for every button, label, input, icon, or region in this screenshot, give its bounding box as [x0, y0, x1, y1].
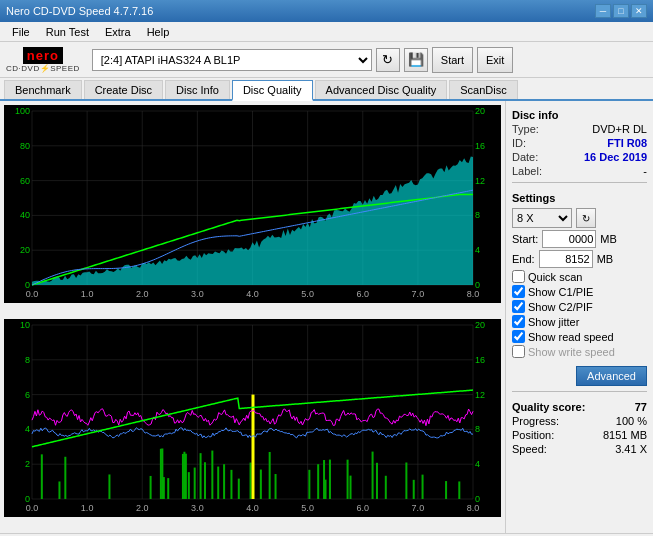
progress-label: Progress: — [512, 415, 559, 427]
title-bar: Nero CD-DVD Speed 4.7.7.16 ─ □ ✕ — [0, 0, 653, 22]
disc-id-label: ID: — [512, 137, 526, 149]
drive-select[interactable]: [2:4] ATAPI iHAS324 A BL1P — [92, 49, 372, 71]
speed-refresh-icon[interactable]: ↻ — [576, 208, 596, 228]
tab-advanced-disc-quality[interactable]: Advanced Disc Quality — [315, 80, 448, 99]
show-jitter-row: Show jitter — [512, 315, 647, 328]
tab-create-disc[interactable]: Create Disc — [84, 80, 163, 99]
nero-logo-sub: CD·DVD⚡SPEED — [6, 64, 80, 73]
show-c1pie-checkbox[interactable] — [512, 285, 525, 298]
position-value: 8151 MB — [603, 429, 647, 441]
disc-date-label: Date: — [512, 151, 538, 163]
show-jitter-label: Show jitter — [528, 316, 579, 328]
show-read-speed-checkbox[interactable] — [512, 330, 525, 343]
speed-select[interactable]: 8 X — [512, 208, 572, 228]
divider-2 — [512, 391, 647, 392]
charts-area — [0, 101, 505, 533]
menu-run-test[interactable]: Run Test — [38, 24, 97, 40]
refresh-icon[interactable]: ↻ — [376, 48, 400, 72]
show-c1pie-label: Show C1/PIE — [528, 286, 593, 298]
settings-title: Settings — [512, 192, 647, 204]
exit-button[interactable]: Exit — [477, 47, 513, 73]
show-write-speed-checkbox[interactable] — [512, 345, 525, 358]
disc-date-value: 16 Dec 2019 — [584, 151, 647, 163]
advanced-button[interactable]: Advanced — [576, 366, 647, 386]
menu-file[interactable]: File — [4, 24, 38, 40]
show-read-speed-label: Show read speed — [528, 331, 614, 343]
title-bar-buttons: ─ □ ✕ — [595, 4, 647, 18]
chart2-canvas — [4, 319, 501, 517]
show-c1pie-row: Show C1/PIE — [512, 285, 647, 298]
start-unit: MB — [600, 233, 617, 245]
chart2-wrapper — [4, 319, 501, 529]
disc-id-value: FTI R08 — [607, 137, 647, 149]
position-row: Position: 8151 MB — [512, 429, 647, 441]
nero-logo-text: nero — [23, 47, 63, 64]
quality-score-label: Quality score: — [512, 401, 585, 413]
main-content: Disc info Type: DVD+R DL ID: FTI R08 Dat… — [0, 101, 653, 533]
disc-type-value: DVD+R DL — [592, 123, 647, 135]
nero-logo: nero CD·DVD⚡SPEED — [6, 47, 80, 73]
tabs-bar: Benchmark Create Disc Disc Info Disc Qua… — [0, 78, 653, 101]
chart1-wrapper — [4, 105, 501, 315]
tab-disc-quality[interactable]: Disc Quality — [232, 80, 313, 101]
speed-row-info: Speed: 3.41 X — [512, 443, 647, 455]
chart1-canvas — [4, 105, 501, 303]
tab-benchmark[interactable]: Benchmark — [4, 80, 82, 99]
toolbar: nero CD·DVD⚡SPEED [2:4] ATAPI iHAS324 A … — [0, 42, 653, 78]
divider-1 — [512, 182, 647, 183]
disc-type-label: Type: — [512, 123, 539, 135]
end-label: End: — [512, 253, 535, 265]
menu-help[interactable]: Help — [139, 24, 178, 40]
show-c2pif-label: Show C2/PIF — [528, 301, 593, 313]
disc-label-row: Label: - — [512, 165, 647, 177]
show-read-speed-row: Show read speed — [512, 330, 647, 343]
save-icon[interactable]: 💾 — [404, 48, 428, 72]
quality-score-value: 77 — [635, 401, 647, 413]
disc-label-value: - — [643, 165, 647, 177]
close-button[interactable]: ✕ — [631, 4, 647, 18]
disc-info-title: Disc info — [512, 109, 647, 121]
disc-id-row: ID: FTI R08 — [512, 137, 647, 149]
maximize-button[interactable]: □ — [613, 4, 629, 18]
quick-scan-row: Quick scan — [512, 270, 647, 283]
end-unit: MB — [597, 253, 614, 265]
disc-type-row: Type: DVD+R DL — [512, 123, 647, 135]
quick-scan-label: Quick scan — [528, 271, 582, 283]
menu-bar: File Run Test Extra Help — [0, 22, 653, 42]
show-c2pif-row: Show C2/PIF — [512, 300, 647, 313]
tab-disc-info[interactable]: Disc Info — [165, 80, 230, 99]
show-jitter-checkbox[interactable] — [512, 315, 525, 328]
position-label: Position: — [512, 429, 554, 441]
start-input[interactable] — [542, 230, 596, 248]
start-row: Start: MB — [512, 230, 647, 248]
menu-extra[interactable]: Extra — [97, 24, 139, 40]
progress-value: 100 % — [616, 415, 647, 427]
speed-row: 8 X ↻ — [512, 208, 647, 228]
tab-scan-disc[interactable]: ScanDisc — [449, 80, 517, 99]
quality-score-row: Quality score: 77 — [512, 401, 647, 413]
show-c2pif-checkbox[interactable] — [512, 300, 525, 313]
disc-label-label: Label: — [512, 165, 542, 177]
speed-info-label: Speed: — [512, 443, 547, 455]
disc-date-row: Date: 16 Dec 2019 — [512, 151, 647, 163]
minimize-button[interactable]: ─ — [595, 4, 611, 18]
start-button[interactable]: Start — [432, 47, 473, 73]
window-title: Nero CD-DVD Speed 4.7.7.16 — [6, 5, 153, 17]
right-panel: Disc info Type: DVD+R DL ID: FTI R08 Dat… — [505, 101, 653, 533]
end-row: End: MB — [512, 250, 647, 268]
start-label: Start: — [512, 233, 538, 245]
show-write-speed-row: Show write speed — [512, 345, 647, 358]
show-write-speed-label: Show write speed — [528, 346, 615, 358]
end-input[interactable] — [539, 250, 593, 268]
speed-info-value: 3.41 X — [615, 443, 647, 455]
quick-scan-checkbox[interactable] — [512, 270, 525, 283]
advanced-btn-container: Advanced — [512, 364, 647, 386]
progress-row: Progress: 100 % — [512, 415, 647, 427]
